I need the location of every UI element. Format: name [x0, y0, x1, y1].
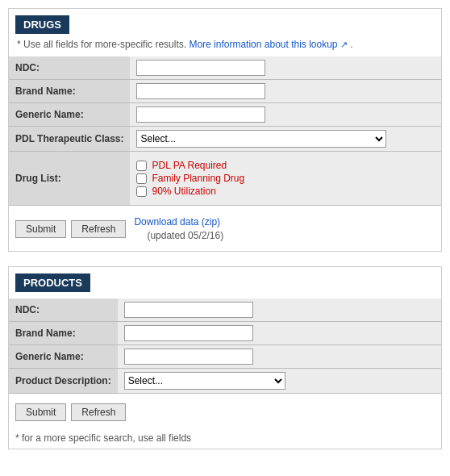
products-brand-row: Brand Name: [9, 321, 441, 344]
products-ndc-label: NDC: [9, 299, 118, 322]
more-info-link[interactable]: More information about this lookup ↗ [189, 39, 350, 50]
products-desc-row: Product Description: Select... [9, 368, 441, 393]
drugs-drug-list-row: Drug List: PDL PA Required Family Planni… [9, 152, 441, 206]
drugs-ndc-input[interactable] [136, 60, 265, 76]
drugs-pdl-class-row: PDL Therapeutic Class: Select... [9, 127, 441, 152]
drugs-button-row: Submit Refresh Download data (zip) (upda… [9, 209, 441, 251]
products-generic-label: Generic Name: [9, 344, 118, 368]
products-section: PRODUCTS NDC: Brand Name: Generic Name: … [8, 266, 442, 449]
products-form-table: NDC: Brand Name: Generic Name: Product D… [9, 299, 441, 394]
drugs-ndc-row: NDC: [9, 56, 441, 80]
drugs-ndc-label: NDC: [9, 56, 130, 80]
drugs-generic-row: Generic Name: [9, 103, 441, 127]
drugs-section: DRUGS * Use all fields for more-specific… [8, 8, 442, 252]
drugs-download-area: Download data (zip) (updated 05/2/16) [131, 215, 223, 243]
drugs-generic-input[interactable] [136, 106, 265, 123]
more-info-link-text: More information about this lookup [189, 39, 337, 50]
utilization-checkbox[interactable] [136, 186, 147, 197]
pdl-pa-checkbox[interactable] [136, 161, 147, 171]
utilization-label: 90% Utilization [152, 186, 215, 197]
drugs-hint-text: * Use all fields for more-specific resul… [17, 39, 186, 50]
drugs-updated-text: (updated 05/2/16) [147, 229, 223, 243]
drugs-hint: * Use all fields for more-specific resul… [9, 34, 441, 53]
products-footer-note: * for a more specific search, use all fi… [9, 429, 441, 449]
utilization-checkbox-row: 90% Utilization [136, 186, 435, 197]
products-ndc-row: NDC: [9, 299, 441, 322]
products-submit-button[interactable]: Submit [15, 403, 66, 421]
drugs-refresh-button[interactable]: Refresh [71, 220, 126, 238]
drug-list-checkboxes: PDL PA Required Family Planning Drug 90%… [136, 155, 435, 202]
drugs-section-title: DRUGS [15, 15, 69, 34]
drugs-generic-label: Generic Name: [9, 103, 130, 127]
family-planning-label: Family Planning Drug [152, 173, 244, 184]
products-desc-label: Product Description: [9, 368, 118, 393]
products-ndc-input[interactable] [124, 302, 253, 318]
drugs-drug-list-label: Drug List: [9, 152, 130, 206]
pdl-pa-checkbox-row: PDL PA Required [136, 160, 435, 171]
products-generic-row: Generic Name: [9, 344, 441, 368]
pdl-pa-label: PDL PA Required [152, 160, 227, 171]
products-brand-label: Brand Name: [9, 321, 118, 344]
drugs-pdl-class-label: PDL Therapeutic Class: [9, 127, 130, 152]
drugs-brand-input[interactable] [136, 83, 265, 99]
products-button-row: Submit Refresh [9, 397, 441, 429]
products-section-title: PRODUCTS [15, 273, 90, 292]
drugs-submit-button[interactable]: Submit [15, 220, 66, 238]
products-brand-input[interactable] [124, 325, 253, 341]
drugs-form-table: NDC: Brand Name: Generic Name: PDL Thera… [9, 56, 441, 206]
products-generic-input[interactable] [124, 349, 253, 365]
external-link-icon: ↗ [340, 40, 348, 49]
drugs-pdl-class-select[interactable]: Select... [136, 130, 386, 148]
products-desc-select[interactable]: Select... [124, 372, 285, 390]
drugs-brand-row: Brand Name: [9, 80, 441, 103]
family-planning-checkbox[interactable] [136, 173, 147, 184]
drugs-brand-label: Brand Name: [9, 80, 130, 103]
products-refresh-button[interactable]: Refresh [71, 403, 126, 421]
family-planning-checkbox-row: Family Planning Drug [136, 173, 435, 184]
drugs-download-link[interactable]: Download data (zip) [134, 215, 223, 229]
